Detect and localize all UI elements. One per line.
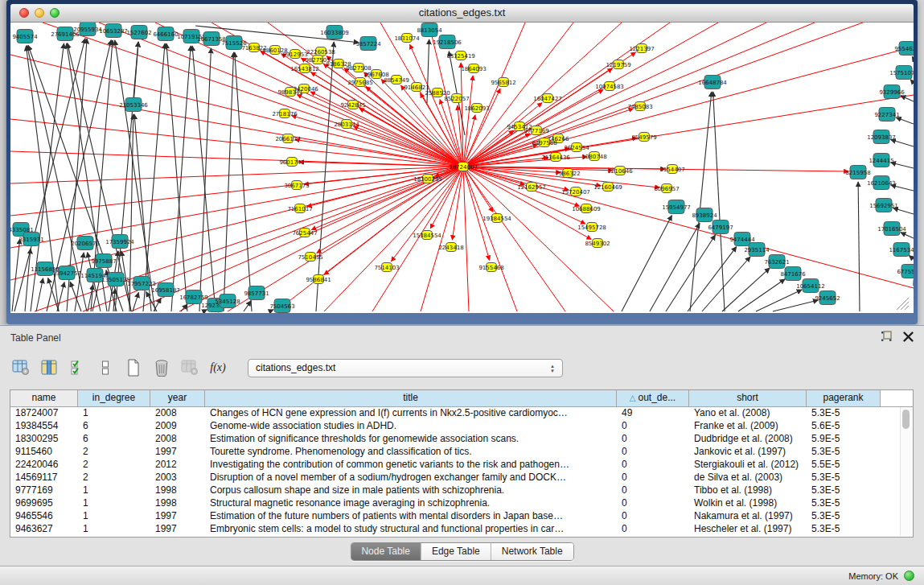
table-row[interactable]: 911546021997Tourette syndrome. Phenomeno… (10, 445, 900, 458)
graph-node[interactable]: 16033809 (320, 26, 349, 39)
graph-node[interactable]: 9565812 (491, 78, 515, 87)
graph-node[interactable]: 8215958 (845, 166, 870, 179)
graph-node[interactable]: 15692951 (869, 199, 898, 212)
graph-node[interactable]: 15495728 (577, 223, 606, 232)
graph-node[interactable]: 9586841 (306, 275, 331, 284)
graph-node[interactable]: 12093837 (867, 130, 896, 144)
graph-node[interactable]: 10653287 (99, 24, 128, 38)
graph-node[interactable]: 8549579 (631, 133, 656, 142)
graph-node[interactable]: 7504563 (269, 299, 294, 313)
tab-network-table[interactable]: Network Table (491, 543, 573, 560)
network-view-window[interactable]: citations_edges.txt 94055742769140620955… (6, 0, 918, 324)
graph-node[interactable]: 6775549 (897, 265, 914, 278)
graph-node[interactable]: 7510435 (298, 253, 322, 262)
column-header-name[interactable]: name (10, 390, 78, 406)
graph-node[interactable]: 2803144 (334, 120, 359, 129)
graph-node[interactable]: 8522057 (444, 94, 469, 103)
graph-node[interactable]: 7485083 (627, 102, 652, 111)
graph-node[interactable]: 15954977 (662, 200, 691, 214)
graph-node[interactable]: 3067175 (284, 181, 309, 190)
column-header-short[interactable]: short (689, 390, 807, 406)
graph-node[interactable]: 2243418 (438, 243, 463, 252)
float-window-icon[interactable] (881, 331, 893, 343)
function-builder-icon[interactable]: f(x) (208, 358, 228, 377)
graph-node[interactable]: 6479197 (708, 220, 733, 234)
new-table-icon[interactable] (124, 358, 143, 377)
graph-node[interactable]: 19218506 (433, 35, 462, 49)
citation-network-graph[interactable]: 9405574276914062095593410653287152760264… (10, 23, 914, 313)
graph-node[interactable]: 8813054 (417, 23, 442, 37)
table-selector-dropdown[interactable]: citations_edges.txt ▲▼ (248, 359, 563, 377)
table-settings-icon[interactable] (11, 358, 31, 377)
table-row[interactable]: 946554611997Estimation of the future num… (10, 509, 900, 522)
graph-node[interactable]: 13325419 (446, 51, 475, 60)
graph-node[interactable]: 10974583 (595, 82, 624, 91)
graph-node[interactable]: 15384554 (413, 231, 441, 240)
graph-node[interactable]: 22260538 (306, 47, 335, 56)
graph-node[interactable]: 19384554 (483, 214, 511, 223)
graph-node[interactable]: 12160469 (593, 183, 622, 192)
graph-node[interactable]: 9227341 (874, 108, 899, 122)
close-panel-icon[interactable] (902, 331, 914, 343)
graph-node[interactable]: 9245652 (815, 291, 840, 305)
graph-node[interactable]: 1831074 (394, 34, 420, 43)
graph-node[interactable]: 1527602 (126, 26, 151, 39)
graph-node[interactable]: 2718176 (272, 109, 298, 118)
graph-node[interactable]: 9857224 (355, 37, 381, 51)
graph-node[interactable]: 8549302 (585, 239, 610, 248)
table-row[interactable]: 1872400712008Changes of HCN gene express… (10, 406, 900, 419)
column-header-pagerank[interactable]: pagerank (807, 390, 881, 406)
graph-node[interactable]: 21364436 (541, 153, 570, 162)
graph-node[interactable]: 8938924 (692, 208, 717, 222)
graph-node[interactable]: 7625447 (292, 229, 317, 237)
graph-node[interactable]: 7161017 (287, 204, 312, 213)
graph-node[interactable]: 18724007 (449, 163, 478, 171)
column-header-in_degree[interactable]: in_degree (78, 390, 150, 406)
table-row[interactable]: 2242004622012Investigating the contribut… (10, 458, 900, 471)
delete-entries-trash-icon[interactable] (152, 358, 171, 377)
graph-node[interactable]: 16047427 (533, 94, 562, 103)
graph-node[interactable]: 9242845 (340, 101, 365, 109)
column-header-year[interactable]: year (150, 390, 205, 406)
graph-node[interactable]: 16648784 (698, 76, 727, 89)
graph-node[interactable]: 1219759 (606, 60, 630, 69)
graph-node[interactable]: 7514103 (374, 263, 399, 272)
graph-node[interactable]: 16210643 (867, 176, 896, 190)
graph-node[interactable]: 1862093 (464, 104, 489, 113)
graph-node[interactable]: 8854749 (384, 76, 409, 84)
vertical-scrollbar[interactable] (900, 407, 912, 536)
graph-node[interactable]: 10688609 (572, 204, 601, 213)
column-header-title[interactable]: title (205, 390, 617, 406)
graph-node[interactable]: 8912953 (282, 50, 307, 59)
table-row[interactable]: 946362711997Embryonic stem cells: a mode… (10, 522, 900, 535)
table-row[interactable]: 1830029562008Estimation of significance … (10, 432, 900, 445)
graph-node[interactable]: 8471676 (780, 267, 806, 281)
graph-node[interactable]: 1080748 (581, 152, 606, 161)
graph-node[interactable]: 2975685 (347, 78, 372, 87)
tab-node-table[interactable]: Node Table (351, 543, 421, 560)
graph-node[interactable]: 8096957 (654, 184, 679, 193)
table-row[interactable]: 1938455462009Genome-wide association stu… (10, 419, 900, 432)
graph-node[interactable]: 9554624 (894, 42, 914, 56)
graph-node[interactable]: 9453412 (507, 122, 532, 131)
graph-node[interactable]: 1167534 (889, 243, 914, 257)
graph-node[interactable]: 18300295 (413, 175, 442, 183)
graph-node[interactable]: 6497568 (532, 138, 556, 147)
graph-node[interactable]: 9329966 (879, 85, 905, 99)
table-row[interactable]: 977716911998Corpus callosum shape and si… (10, 484, 900, 496)
graph-node[interactable]: 3624554 (564, 143, 589, 152)
graph-node[interactable]: 12162957 (517, 183, 546, 192)
checkbox-list-icon[interactable] (96, 358, 115, 377)
graph-node[interactable]: 1210646 (607, 167, 633, 175)
graph-node[interactable]: 7986322 (555, 169, 580, 178)
graph-node[interactable]: 9405574 (12, 30, 38, 43)
graph-node[interactable]: 17359924 (105, 235, 134, 249)
graph-node[interactable]: 9898341 (277, 88, 302, 97)
network-canvas[interactable]: 9405574276914062095593410653287152760264… (10, 23, 914, 313)
window-titlebar[interactable]: citations_edges.txt (10, 4, 914, 23)
scrollbar-thumb[interactable] (902, 410, 910, 429)
graph-node[interactable]: 9154407 (659, 165, 684, 174)
graph-node[interactable]: 15751074 (889, 66, 914, 80)
graph-node[interactable]: 9601741 (279, 158, 304, 167)
column-chooser-icon[interactable] (39, 358, 59, 377)
